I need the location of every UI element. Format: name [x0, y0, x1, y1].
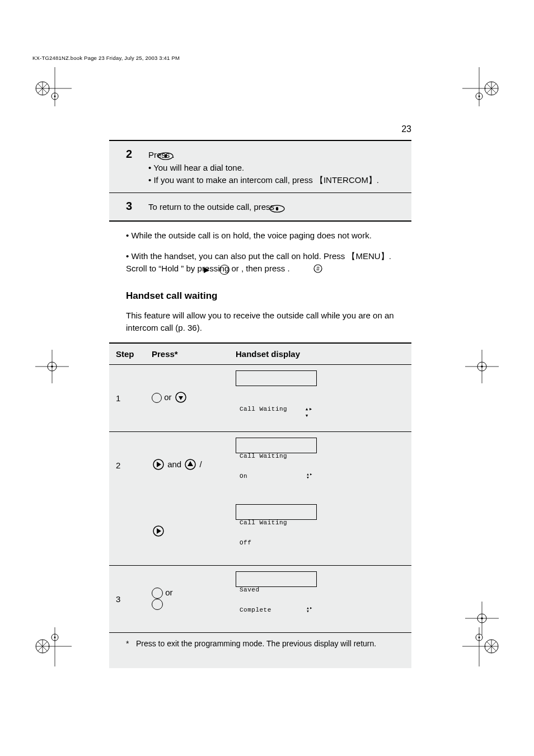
- lcd-display: Call Waiting Off: [236, 504, 317, 520]
- body-paragraph: • With the handset, you can also put the…: [109, 250, 411, 276]
- cell-step: [109, 499, 145, 566]
- nav-right-icon: [153, 459, 164, 472]
- svg-point-14: [476, 93, 483, 100]
- nav-right-icon: [204, 264, 209, 277]
- svg-line-12: [486, 83, 496, 93]
- table-row: 2 and / Call Waiting: [109, 431, 411, 499]
- svg-line-13: [486, 83, 496, 93]
- ok-button-icon: [152, 588, 163, 599]
- nav-right-icon: [153, 525, 164, 538]
- svg-marker-56: [204, 267, 209, 273]
- svg-point-31: [51, 634, 58, 641]
- svg-point-35: [485, 640, 498, 653]
- crop-mark-icon: [462, 67, 502, 106]
- col-header-press: Press*: [145, 343, 229, 365]
- svg-line-29: [38, 641, 48, 651]
- ok-button-icon: [152, 599, 163, 610]
- scroll-arrows-icon: ▴▸▾: [306, 607, 313, 613]
- cell-press: or: [145, 565, 229, 632]
- scroll-arrows-icon: ▴▸▾: [305, 406, 313, 419]
- svg-point-53: [165, 154, 167, 158]
- nav-down-icon: [175, 392, 186, 405]
- svg-point-18: [48, 362, 57, 371]
- page-number: 23: [401, 124, 411, 134]
- nav-up-icon: [185, 459, 196, 472]
- svg-line-38: [486, 641, 496, 651]
- lcd-display: Call Waiting ▴▸▾: [236, 370, 317, 386]
- svg-line-30: [38, 641, 48, 651]
- cell-step: 1: [109, 364, 145, 431]
- svg-point-41: [479, 637, 480, 638]
- svg-point-45: [481, 617, 483, 619]
- svg-point-0: [36, 82, 49, 95]
- svg-point-19: [51, 365, 53, 368]
- procedure-table: Step Press* Handset display 1 or: [109, 342, 411, 669]
- step-number: 3: [126, 200, 142, 213]
- step-number: 2: [126, 148, 142, 161]
- hash-button-icon: #: [313, 264, 322, 277]
- svg-point-6: [54, 96, 56, 97]
- cell-step: 3: [109, 565, 145, 632]
- cell-press: and /: [145, 431, 229, 499]
- step-text: Press . • You will hear a dial tone. • I…: [148, 149, 395, 186]
- cell-step: 2: [109, 431, 145, 499]
- crop-mark-icon: [462, 627, 502, 666]
- svg-point-44: [477, 614, 486, 623]
- page-content: 23 2 Press . • You will hear a dial tone…: [109, 140, 411, 668]
- svg-line-4: [38, 83, 48, 93]
- svg-marker-60: [179, 396, 183, 400]
- body-paragraph: This feature will allow you to receive t…: [109, 309, 411, 335]
- cell-display: Call Waiting On▴▸▾: [229, 431, 411, 499]
- svg-point-5: [51, 93, 58, 100]
- lcd-display: Call Waiting On▴▸▾: [236, 438, 317, 453]
- cell-press: or: [145, 364, 229, 431]
- svg-line-3: [38, 83, 48, 93]
- cell-display: Saved Complete▴▸▾: [229, 565, 411, 632]
- nav-button-icon: [152, 393, 162, 403]
- svg-marker-62: [157, 462, 161, 467]
- cell-display: Call Waiting Off: [229, 499, 411, 566]
- crop-mark-icon: [32, 627, 72, 666]
- svg-marker-66: [157, 528, 161, 534]
- svg-point-55: [275, 206, 278, 210]
- svg-point-22: [477, 362, 486, 371]
- circle-icon: [219, 263, 229, 276]
- col-header-step: Step: [109, 343, 145, 365]
- table-row: 3 or Saved Complete▴▸▾: [109, 565, 411, 632]
- phone-button-icon: [269, 204, 285, 216]
- crop-mark-icon: [462, 599, 502, 638]
- step-text: To return to the outside call, press .: [148, 201, 395, 214]
- table-row: Call Waiting Off: [109, 499, 411, 566]
- svg-marker-64: [188, 461, 193, 466]
- svg-text:#: #: [316, 266, 320, 272]
- scroll-arrows-icon: ▴▸▾: [306, 473, 313, 480]
- subsection-heading: Handset call waiting: [126, 290, 411, 302]
- svg-point-26: [36, 640, 49, 653]
- svg-point-32: [54, 637, 56, 638]
- procedure-table-inner: Step Press* Handset display 1 or: [109, 342, 411, 633]
- table-row: 1 or Call Waiting ▴▸▾: [109, 364, 411, 431]
- svg-point-15: [479, 96, 480, 97]
- phone-button-icon: [158, 151, 174, 163]
- body-paragraph: • While the outside call is on hold, the…: [109, 229, 411, 242]
- crop-mark-icon: [32, 347, 72, 386]
- lcd-display: Saved Complete▴▸▾: [236, 571, 317, 587]
- cell-display: Call Waiting ▴▸▾: [229, 364, 411, 431]
- cell-press: [145, 499, 229, 566]
- crop-mark-icon: [462, 347, 502, 386]
- svg-point-40: [476, 634, 483, 641]
- crop-mark-icon: [32, 67, 72, 106]
- svg-line-39: [486, 641, 496, 651]
- svg-point-9: [485, 82, 498, 95]
- step-block: 2 Press . • You will hear a dial tone. •…: [109, 140, 411, 222]
- header-filename: KX-TG2481NZ.book Page 23 Friday, July 25…: [32, 55, 180, 61]
- svg-point-23: [481, 365, 483, 368]
- table-footnote: * Press to exit the programming mode. Th…: [109, 633, 411, 669]
- col-header-display: Handset display: [229, 343, 411, 365]
